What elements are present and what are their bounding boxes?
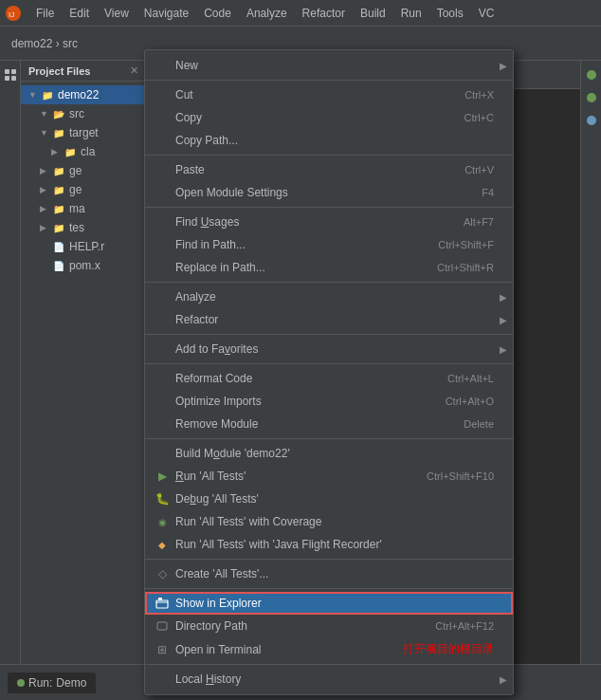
menu-optimize[interactable]: Optimize Imports Ctrl+Alt+O xyxy=(145,390,513,413)
menu-refactor[interactable]: Refactor xyxy=(295,5,353,22)
menu-tools[interactable]: Tools xyxy=(429,5,471,22)
menu-module-settings[interactable]: Open Module Settings F4 xyxy=(145,181,513,204)
menu-file[interactable]: File xyxy=(28,5,62,22)
menubar: IJ File Edit View Navigate Code Analyze … xyxy=(0,0,601,27)
menu-directory-path[interactable]: Directory Path Ctrl+Alt+F12 xyxy=(145,615,513,637)
tree-item-ma[interactable]: ▶ 📁 ma xyxy=(21,199,146,218)
expand-arrow-target[interactable]: ▼ xyxy=(40,128,51,138)
menu-reformat-label: Reformat Code xyxy=(175,372,423,385)
copy-icon xyxy=(155,110,170,125)
svg-rect-10 xyxy=(158,598,162,600)
optimize-icon xyxy=(155,394,170,409)
menu-replace-path-label: Replace in Path... xyxy=(175,261,412,274)
menu-replace-path[interactable]: Replace in Path... Ctrl+Shift+R xyxy=(145,256,513,279)
close-panel-icon[interactable]: ✕ xyxy=(130,64,138,77)
reformat-shortcut: Ctrl+Alt+L xyxy=(428,373,494,384)
menu-remove-module[interactable]: Remove Module Delete xyxy=(145,413,513,435)
menu-analyze[interactable]: Analyze xyxy=(239,5,295,22)
project-tree: ▼ 📁 demo22 ▼ 📂 src ▼ 📁 target ▶ 📁 cla xyxy=(21,82,146,279)
menu-debug-tests[interactable]: 🐛 Debug 'All Tests' xyxy=(145,488,513,510)
menu-copy-path-label: Copy Path... xyxy=(175,134,494,147)
replace-path-icon xyxy=(155,260,170,275)
menu-copy-label: Copy xyxy=(175,111,440,124)
new-submenu-arrow: ▶ xyxy=(500,61,507,71)
tree-item-help[interactable]: 📄 HELP.r xyxy=(21,237,146,256)
expand-arrow-ma[interactable]: ▶ xyxy=(40,204,51,213)
menu-new[interactable]: New ▶ xyxy=(145,54,513,77)
tree-label-cla: cla xyxy=(81,145,95,158)
folder-icon-tes: 📁 xyxy=(51,220,66,235)
tree-item-demo22[interactable]: ▼ 📁 demo22 xyxy=(21,85,146,104)
menu-run[interactable]: Run xyxy=(393,5,429,22)
tree-item-ge1[interactable]: ▶ 📁 ge xyxy=(21,161,146,180)
menu-view[interactable]: View xyxy=(97,5,137,22)
remove-module-shortcut: Delete xyxy=(445,418,494,430)
menu-reformat[interactable]: Reformat Code Ctrl+Alt+L xyxy=(145,367,513,390)
expand-arrow-cla[interactable]: ▶ xyxy=(51,147,63,157)
menu-build-module-label: Build Module 'demo22' xyxy=(175,447,494,460)
menu-show-explorer[interactable]: Show in Explorer xyxy=(145,592,513,615)
expand-arrow-src[interactable]: ▼ xyxy=(40,109,51,119)
menu-terminal[interactable]: ⊞ Open in Terminal 打开项目的根目录 xyxy=(145,637,513,661)
menu-paste-label: Paste xyxy=(175,163,440,176)
tree-item-pom[interactable]: 📄 pom.x xyxy=(21,256,146,275)
find-usages-icon xyxy=(155,214,170,230)
menu-cut[interactable]: Cut Ctrl+X xyxy=(145,83,513,106)
expand-arrow-ge2[interactable]: ▶ xyxy=(40,185,51,194)
svg-rect-3 xyxy=(11,69,16,74)
chinese-annotation-inline: 打开项目的根目录 xyxy=(403,641,494,657)
svg-point-7 xyxy=(587,93,596,102)
menu-code[interactable]: Code xyxy=(196,5,239,22)
menu-find-usages[interactable]: Find Usages Alt+F7 xyxy=(145,211,513,233)
menu-paste[interactable]: Paste Ctrl+V xyxy=(145,158,513,181)
menu-copy-path[interactable]: Copy Path... xyxy=(145,129,513,152)
right-panel-btn1[interactable] xyxy=(583,66,600,83)
expand-arrow-ge1[interactable]: ▶ xyxy=(40,166,51,175)
tree-item-cla[interactable]: ▶ 📁 cla xyxy=(21,142,146,161)
menu-vc[interactable]: VC xyxy=(471,5,502,22)
tree-label-pom: pom.x xyxy=(69,259,100,272)
sidebar-project-icon[interactable] xyxy=(2,66,19,83)
menu-local-history[interactable]: Local History ▶ xyxy=(145,668,513,691)
menu-build[interactable]: Build xyxy=(353,5,393,22)
debug-tests-icon: 🐛 xyxy=(155,491,170,507)
menu-jfr-label: Run 'All Tests' with 'Java Flight Record… xyxy=(175,538,494,551)
menu-coverage-label: Run 'All Tests' with Coverage xyxy=(175,515,494,528)
module-shortcut: F4 xyxy=(463,187,494,198)
directory-path-shortcut: Ctrl+Alt+F12 xyxy=(416,620,494,632)
expand-arrow-demo22[interactable]: ▼ xyxy=(28,90,40,100)
right-panel-btn3[interactable] xyxy=(583,112,600,129)
expand-arrow-tes[interactable]: ▶ xyxy=(40,223,51,232)
folder-icon-src: 📂 xyxy=(51,106,66,121)
menu-create-tests[interactable]: ◇ Create 'All Tests'... xyxy=(145,562,513,585)
tree-item-src[interactable]: ▼ 📂 src xyxy=(21,104,146,123)
tree-item-ge2[interactable]: ▶ 📁 ge xyxy=(21,180,146,199)
tree-item-target[interactable]: ▼ 📁 target xyxy=(21,123,146,142)
tree-item-tes[interactable]: ▶ 📁 tes xyxy=(21,218,146,237)
menu-favorites[interactable]: Add to Favorites ▶ xyxy=(145,338,513,360)
right-panel-btn2[interactable] xyxy=(583,89,600,106)
menu-debug-tests-label: Debug 'All Tests' xyxy=(175,492,494,506)
refactor-icon xyxy=(155,312,170,327)
run-tab[interactable]: Run: Demo xyxy=(8,672,96,693)
menu-analyze-label: Analyze xyxy=(175,290,494,304)
file-icon-pom: 📄 xyxy=(51,258,66,273)
menu-analyze[interactable]: Analyze ▶ xyxy=(145,286,513,308)
menu-coverage[interactable]: ◉ Run 'All Tests' with Coverage xyxy=(145,510,513,533)
favorites-submenu-arrow: ▶ xyxy=(500,344,507,355)
menu-edit[interactable]: Edit xyxy=(62,5,97,22)
menu-navigate[interactable]: Navigate xyxy=(137,5,196,22)
sep1 xyxy=(145,80,513,81)
menu-jfr[interactable]: ◆ Run 'All Tests' with 'Java Flight Reco… xyxy=(145,533,513,556)
svg-rect-9 xyxy=(156,600,168,608)
menu-copy[interactable]: Copy Ctrl+C xyxy=(145,106,513,129)
new-icon xyxy=(155,58,170,73)
menu-find-path[interactable]: Find in Path... Ctrl+Shift+F xyxy=(145,233,513,256)
tree-label-target: target xyxy=(69,126,99,139)
menu-build-module[interactable]: Build Module 'demo22' xyxy=(145,442,513,465)
menu-run-tests[interactable]: ▶ Run 'All Tests' Ctrl+Shift+F10 xyxy=(145,465,513,488)
menu-refactor[interactable]: Refactor ▶ xyxy=(145,308,513,331)
project-panel-header: Project Files ✕ xyxy=(21,61,146,82)
run-tests-icon: ▶ xyxy=(155,469,170,484)
menu-terminal-label: Open in Terminal xyxy=(175,643,390,656)
